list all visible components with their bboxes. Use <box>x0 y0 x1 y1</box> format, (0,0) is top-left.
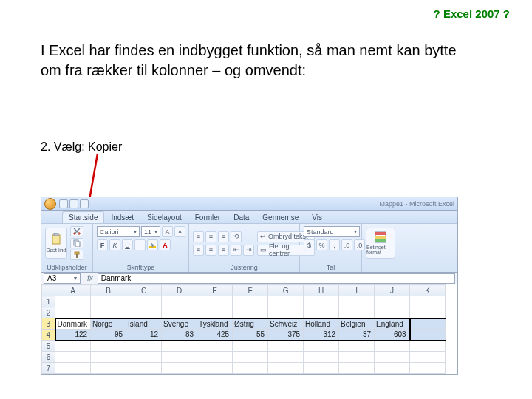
align-bottom-button[interactable]: ≡ <box>218 231 229 242</box>
font-color-button[interactable]: A <box>160 239 171 250</box>
cell[interactable] <box>233 307 268 318</box>
underline-button[interactable]: U <box>122 239 133 250</box>
cell[interactable] <box>268 363 304 374</box>
cell[interactable] <box>268 352 304 363</box>
cell[interactable] <box>375 341 410 352</box>
cell[interactable] <box>91 363 126 374</box>
align-left-button[interactable]: ≡ <box>193 245 204 256</box>
align-center-button[interactable]: ≡ <box>205 245 216 256</box>
cell[interactable] <box>162 307 197 318</box>
row-header[interactable]: 4 <box>42 330 55 341</box>
cell[interactable] <box>233 341 268 352</box>
cell[interactable] <box>304 296 339 307</box>
cell[interactable] <box>55 307 91 318</box>
tab-gennemse[interactable]: Gennemse <box>256 211 305 223</box>
cell[interactable] <box>197 363 233 374</box>
cell[interactable] <box>233 363 268 374</box>
cell[interactable] <box>197 352 233 363</box>
cell[interactable] <box>410 363 446 374</box>
cell[interactable] <box>55 296 91 307</box>
cell[interactable]: 312 <box>304 330 339 341</box>
cell[interactable] <box>410 318 446 330</box>
col-header[interactable]: F <box>233 285 268 296</box>
qat-save-icon[interactable] <box>59 200 68 208</box>
cell[interactable] <box>162 363 197 374</box>
cell[interactable] <box>339 307 375 318</box>
cell[interactable] <box>126 341 162 352</box>
comma-button[interactable]: , <box>329 239 340 250</box>
table-row[interactable]: 1 <box>42 296 446 307</box>
align-top-button[interactable]: ≡ <box>193 231 204 242</box>
col-header[interactable]: J <box>375 285 410 296</box>
cell[interactable] <box>375 363 410 374</box>
cell[interactable] <box>410 307 446 318</box>
tab-data[interactable]: Data <box>227 211 256 223</box>
cell[interactable]: 425 <box>197 330 233 341</box>
table-row[interactable]: 5 <box>42 341 446 352</box>
cell[interactable] <box>410 296 446 307</box>
paste-button[interactable]: Sæt ind <box>45 228 67 259</box>
row-header[interactable]: 5 <box>42 341 55 352</box>
cell[interactable] <box>91 296 126 307</box>
cell[interactable] <box>375 307 410 318</box>
cell[interactable] <box>126 307 162 318</box>
qat-redo-icon[interactable] <box>80 200 89 208</box>
cell[interactable] <box>162 352 197 363</box>
tab-indsaet[interactable]: Indsæt <box>104 211 140 223</box>
cell[interactable] <box>375 352 410 363</box>
cell[interactable]: England <box>375 318 410 330</box>
cell[interactable] <box>268 307 304 318</box>
cell[interactable] <box>91 341 126 352</box>
align-middle-button[interactable]: ≡ <box>205 231 216 242</box>
cell[interactable] <box>339 296 375 307</box>
cell[interactable] <box>268 341 304 352</box>
inc-decimal-button[interactable]: .0 <box>341 239 352 250</box>
qat-undo-icon[interactable] <box>69 200 78 208</box>
cell[interactable] <box>91 307 126 318</box>
row-header[interactable]: 6 <box>42 352 55 363</box>
cut-button[interactable] <box>70 226 83 236</box>
cell[interactable] <box>126 296 162 307</box>
format-painter-button[interactable] <box>70 250 83 260</box>
cell[interactable]: Schweiz <box>268 318 304 330</box>
indent-inc-button[interactable]: ⇥ <box>243 245 254 256</box>
name-box[interactable]: A3▾ <box>44 273 81 284</box>
cell[interactable]: Belgien <box>339 318 375 330</box>
cell[interactable]: 375 <box>268 330 304 341</box>
cell[interactable] <box>304 352 339 363</box>
col-header[interactable]: B <box>91 285 126 296</box>
cell[interactable] <box>55 363 91 374</box>
cell[interactable]: 12 <box>126 330 162 341</box>
row-header[interactable]: 7 <box>42 363 55 374</box>
cell[interactable] <box>162 341 197 352</box>
cell[interactable] <box>410 352 446 363</box>
cell[interactable] <box>304 341 339 352</box>
tab-vis[interactable]: Vis <box>305 211 329 223</box>
table-row[interactable]: 2 <box>42 307 446 318</box>
cell[interactable] <box>410 341 446 352</box>
cell[interactable] <box>375 296 410 307</box>
border-button[interactable] <box>134 239 146 250</box>
col-header[interactable]: C <box>126 285 162 296</box>
cell[interactable]: Sverige <box>162 318 197 330</box>
cell[interactable] <box>268 296 304 307</box>
cell[interactable] <box>162 296 197 307</box>
office-button[interactable] <box>44 198 56 210</box>
number-format-select[interactable]: Standard▾ <box>304 226 360 237</box>
cell[interactable]: Holland <box>304 318 339 330</box>
cells-grid[interactable]: ABCDEFGHIJK123DanmarkNorgeIslandSverigeT… <box>41 284 446 374</box>
fx-icon[interactable]: fx <box>83 274 98 282</box>
col-header[interactable]: I <box>339 285 375 296</box>
col-header[interactable]: A <box>55 285 91 296</box>
formula-input[interactable]: Danmark <box>98 273 455 284</box>
cell[interactable] <box>410 330 446 341</box>
table-row[interactable]: 6 <box>42 352 446 363</box>
col-header[interactable]: G <box>268 285 304 296</box>
cell[interactable] <box>304 363 339 374</box>
cell[interactable] <box>304 307 339 318</box>
cell[interactable] <box>339 363 375 374</box>
cell[interactable]: 95 <box>91 330 126 341</box>
shrink-font-button[interactable]: A <box>174 226 185 237</box>
col-header[interactable]: E <box>197 285 233 296</box>
cell[interactable] <box>126 363 162 374</box>
